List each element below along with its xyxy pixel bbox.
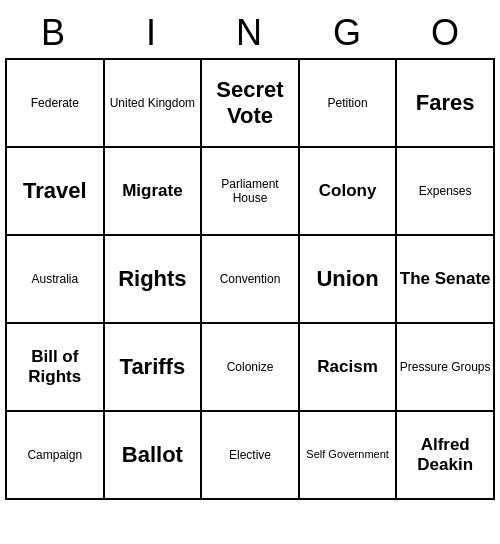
bingo-grid: FederateUnited KingdomSecret VotePetitio…: [5, 58, 495, 500]
header-letter-g: G: [299, 8, 397, 58]
bingo-cell-1: United Kingdom: [105, 60, 203, 148]
bingo-cell-7: Parliament House: [202, 148, 300, 236]
bingo-cell-20: Campaign: [7, 412, 105, 500]
bingo-cell-3: Petition: [300, 60, 398, 148]
bingo-cell-16: Tariffs: [105, 324, 203, 412]
bingo-cell-11: Rights: [105, 236, 203, 324]
bingo-cell-21: Ballot: [105, 412, 203, 500]
bingo-cell-15: Bill of Rights: [7, 324, 105, 412]
header-letter-o: O: [397, 8, 495, 58]
header-letter-n: N: [201, 8, 299, 58]
bingo-cell-18: Racism: [300, 324, 398, 412]
bingo-cell-12: Convention: [202, 236, 300, 324]
bingo-cell-14: The Senate: [397, 236, 495, 324]
bingo-cell-19: Pressure Groups: [397, 324, 495, 412]
header-letter-b: B: [5, 8, 103, 58]
bingo-card: BINGO FederateUnited KingdomSecret VoteP…: [5, 8, 495, 500]
bingo-header: BINGO: [5, 8, 495, 58]
bingo-cell-0: Federate: [7, 60, 105, 148]
bingo-cell-8: Colony: [300, 148, 398, 236]
bingo-cell-2: Secret Vote: [202, 60, 300, 148]
bingo-cell-22: Elective: [202, 412, 300, 500]
bingo-cell-6: Migrate: [105, 148, 203, 236]
bingo-cell-4: Fares: [397, 60, 495, 148]
header-letter-i: I: [103, 8, 201, 58]
bingo-cell-9: Expenses: [397, 148, 495, 236]
bingo-cell-5: Travel: [7, 148, 105, 236]
bingo-cell-24: Alfred Deakin: [397, 412, 495, 500]
bingo-cell-23: Self Government: [300, 412, 398, 500]
bingo-cell-10: Australia: [7, 236, 105, 324]
bingo-cell-17: Colonize: [202, 324, 300, 412]
bingo-cell-13: Union: [300, 236, 398, 324]
